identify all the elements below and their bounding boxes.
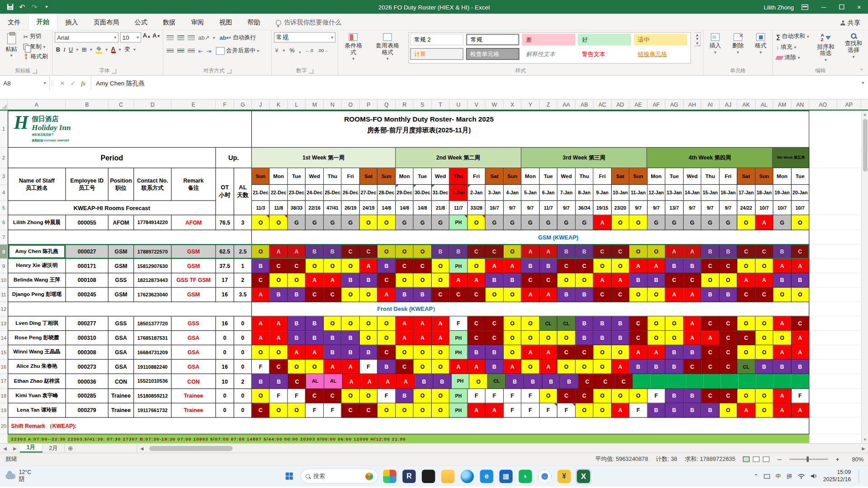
- forecast-cell[interactable]: 47/41: [324, 201, 342, 215]
- vertical-scroll-thumb[interactable]: [863, 119, 867, 171]
- shift-cell[interactable]: B: [702, 244, 720, 259]
- shift-cell[interactable]: B: [629, 360, 647, 374]
- shift-cell[interactable]: O: [378, 316, 396, 331]
- shift-cell[interactable]: O: [647, 244, 665, 259]
- menu-tab-插入[interactable]: 插入: [57, 15, 85, 30]
- undo-icon[interactable]: ↶: [17, 1, 28, 12]
- page-break-view-icon[interactable]: [763, 456, 770, 462]
- shift-cell[interactable]: C: [324, 389, 342, 404]
- shift-cell[interactable]: A: [774, 404, 792, 418]
- normal-view-icon[interactable]: [743, 456, 750, 462]
- week-header-5[interactable]: 5th Week 第五周: [773, 148, 809, 168]
- cell-style-适中[interactable]: 适中: [634, 34, 687, 46]
- volume-icon[interactable]: [811, 473, 818, 479]
- cell-style-计算[interactable]: 计算: [410, 48, 464, 60]
- taskbar-icon-console[interactable]: [421, 469, 436, 484]
- shift-cell[interactable]: O: [342, 389, 360, 404]
- shift-cell[interactable]: C: [629, 331, 647, 345]
- taskbar-icon-excel[interactable]: [576, 469, 591, 484]
- employee-id-cell[interactable]: 000036: [66, 374, 108, 389]
- shift-cell[interactable]: O: [324, 259, 342, 273]
- cut-button[interactable]: ✂剪切: [22, 32, 49, 41]
- shift-cell[interactable]: O: [629, 288, 647, 302]
- taskbar-icon-folder[interactable]: [440, 469, 455, 484]
- find-select-button[interactable]: 查找和选择▾: [841, 32, 866, 61]
- shift-cell[interactable]: C: [288, 374, 306, 389]
- shift-cell[interactable]: B: [791, 273, 809, 288]
- employee-id-cell[interactable]: 000310: [66, 331, 108, 345]
- shift-cell[interactable]: PH: [450, 331, 468, 345]
- shift-cell[interactable]: C: [252, 273, 270, 288]
- shift-cell[interactable]: B: [522, 259, 540, 273]
- al-cell[interactable]: 0: [234, 331, 252, 345]
- day-name-cell[interactable]: Sun: [378, 168, 396, 185]
- shift-cell[interactable]: F: [378, 389, 396, 404]
- col-header-AM[interactable]: AM: [774, 99, 792, 109]
- date-cell[interactable]: 26-Dec: [342, 185, 360, 201]
- shift-cell[interactable]: A: [504, 360, 522, 374]
- day-name-cell[interactable]: Fri: [594, 168, 612, 185]
- shift-cell[interactable]: O: [755, 331, 774, 345]
- shift-cell[interactable]: A: [450, 273, 468, 288]
- shift-cell[interactable]: C: [719, 389, 737, 404]
- forecast-label[interactable]: KWEAP-HI Rooms Forecast: [8, 201, 216, 215]
- shift-cell[interactable]: G: [396, 215, 414, 230]
- minimize-button[interactable]: ─: [815, 0, 832, 14]
- shift-cell[interactable]: O: [432, 259, 450, 273]
- shift-cell[interactable]: O: [665, 316, 684, 331]
- taskbar-icon-edge[interactable]: [459, 469, 475, 484]
- contact-cell[interactable]: 18212873443: [134, 273, 171, 288]
- shift-cell[interactable]: G: [306, 215, 324, 230]
- shift-cell[interactable]: C: [432, 288, 450, 302]
- shift-cell[interactable]: A: [774, 389, 792, 404]
- insert-cells-button[interactable]: 插入▾: [706, 32, 724, 56]
- shift-cell[interactable]: B: [576, 288, 594, 302]
- row-header-14[interactable]: 14: [0, 331, 7, 345]
- col-header-AE[interactable]: AE: [629, 99, 647, 109]
- ot-cell[interactable]: 0: [216, 331, 234, 345]
- date-cell[interactable]: 7-Jan: [557, 185, 576, 201]
- shift-cell[interactable]: G: [414, 215, 432, 230]
- staff-name-cell[interactable]: Belinda Wang 王萍: [8, 273, 66, 288]
- shift-cell[interactable]: B: [467, 345, 486, 360]
- increase-indent-icon[interactable]: ⇥: [207, 47, 212, 54]
- shift-cell[interactable]: [633, 374, 651, 389]
- underline-button[interactable]: U: [69, 46, 73, 53]
- shift-cell[interactable]: A: [702, 331, 720, 345]
- shift-cell[interactable]: A: [540, 244, 558, 259]
- contact-cell[interactable]: 17623623040: [134, 288, 171, 302]
- day-name-cell[interactable]: Sun: [755, 168, 774, 185]
- day-name-cell[interactable]: Tue: [540, 168, 558, 185]
- autosum-button[interactable]: ∑自动求和▾: [775, 32, 810, 41]
- shift-cell[interactable]: O: [522, 360, 540, 374]
- row-header-10[interactable]: 10: [0, 273, 7, 288]
- shift-cell[interactable]: G: [504, 215, 522, 230]
- shift-cell[interactable]: B: [540, 259, 558, 273]
- shift-cell[interactable]: C: [557, 389, 576, 404]
- contact-cell[interactable]: 15180859212: [134, 389, 171, 404]
- day-name-cell[interactable]: Mon: [647, 168, 665, 185]
- forecast-cell[interactable]: 11/7: [450, 201, 468, 215]
- shift-cell[interactable]: C: [486, 244, 504, 259]
- shift-cell[interactable]: A: [612, 360, 630, 374]
- shift-cell[interactable]: A: [486, 259, 504, 273]
- format-cells-button[interactable]: 格式▾: [751, 32, 769, 56]
- shift-cell[interactable]: A: [540, 360, 558, 374]
- shift-cell[interactable]: O: [557, 331, 576, 345]
- menu-tab-数据[interactable]: 数据: [155, 15, 183, 30]
- shift-cell[interactable]: [721, 374, 739, 389]
- shift-cell[interactable]: O: [432, 273, 450, 288]
- shift-cell[interactable]: C: [737, 244, 755, 259]
- search-input[interactable]: 搜索: [301, 469, 378, 483]
- save-icon[interactable]: [5, 1, 15, 12]
- shift-cell[interactable]: F: [486, 389, 504, 404]
- format-painter-button[interactable]: 格式刷: [22, 52, 49, 61]
- date-cell[interactable]: 16-Jan: [719, 185, 737, 201]
- shift-cell[interactable]: G: [684, 215, 702, 230]
- weather-widget[interactable]: 12°C阴: [0, 469, 66, 483]
- shift-cell[interactable]: C: [360, 244, 378, 259]
- row-header-4[interactable]: 4: [0, 185, 7, 201]
- comma-icon[interactable]: ,: [299, 47, 301, 54]
- col-header-A[interactable]: A: [8, 99, 66, 109]
- shift-cell[interactable]: O: [342, 316, 360, 331]
